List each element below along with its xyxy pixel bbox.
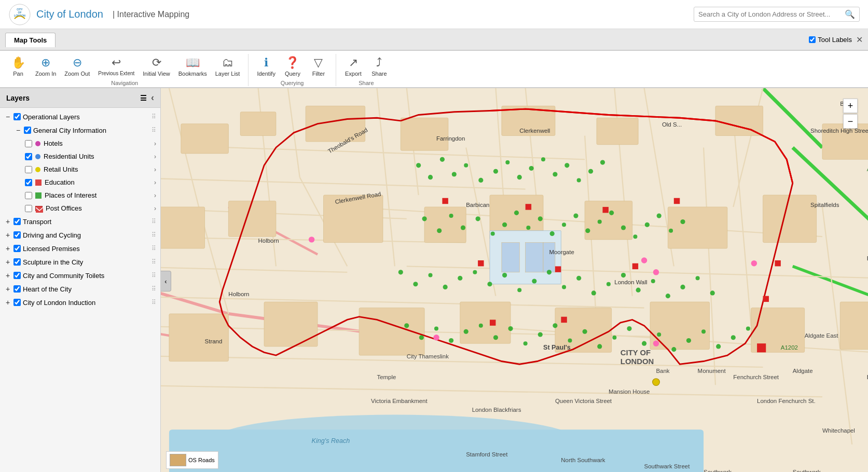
induction-header[interactable]: + City of London Induction ⠿ [0,296,160,309]
general-city-checkbox[interactable] [24,127,31,134]
identify-tool[interactable]: ℹ Identify [253,54,279,79]
collapse-panel-button[interactable]: ‹ [151,92,154,103]
tool-labels-checkbox[interactable] [809,36,816,43]
education-arrow[interactable]: › [154,179,156,186]
licensed-premises-drag-handle[interactable]: ⠿ [151,245,156,252]
svg-text:Old S...: Old S... [662,121,682,128]
zoom-in-tool[interactable]: ⊕ Zoom In [31,54,60,79]
svg-point-221 [309,237,314,242]
general-city-header[interactable]: − General City Information ⠿ [10,123,160,137]
querying-label: Querying [253,79,331,86]
search-input[interactable] [698,10,845,18]
retail-units-layer-item[interactable]: Retail Units › [21,163,160,176]
sculpture-drag-handle[interactable]: ⠿ [151,258,156,266]
hotels-layer-item[interactable]: Hotels › [21,137,160,150]
residential-units-layer-item[interactable]: Residential Units › [21,150,160,163]
post-offices-checkbox[interactable] [25,205,32,212]
places-of-interest-layer-item[interactable]: Places of Interest › [21,189,160,202]
svg-point-75 [428,175,433,179]
places-of-interest-arrow[interactable]: › [154,192,156,199]
toilets-header[interactable]: + City and Community Toilets ⠿ [0,269,160,282]
map-zoom-out-button[interactable]: − [843,114,858,129]
transport-checkbox[interactable] [13,218,21,225]
export-icon: ↗ [349,56,358,70]
operational-layers-checkbox[interactable] [13,113,21,120]
close-button[interactable]: ✕ [856,35,863,45]
svg-rect-72 [526,243,543,272]
education-checkbox[interactable] [25,179,32,186]
svg-text:King's Reach: King's Reach [312,437,350,445]
education-layer-item[interactable]: Education › [21,176,160,189]
svg-point-132 [696,276,700,280]
svg-point-106 [621,225,626,230]
transport-group: + Transport ⠿ [0,215,160,228]
transport-header[interactable]: + Transport ⠿ [0,215,160,228]
induction-checkbox[interactable] [13,299,21,306]
post-offices-layer-item[interactable]: Post Offices › [21,202,160,215]
svg-rect-61 [763,195,817,243]
svg-point-156 [731,335,736,340]
post-offices-arrow[interactable]: › [154,205,156,212]
driving-cycling-header[interactable]: + Driving and Cycling ⠿ [0,228,160,242]
svg-rect-164 [632,263,638,269]
education-square [35,179,42,186]
map-canvas[interactable]: King's Reach [161,88,868,472]
svg-text:St Paul's: St Paul's [543,344,571,351]
map-tools-tab[interactable]: Map Tools [5,33,56,47]
residential-units-arrow[interactable]: › [154,153,156,160]
licensed-premises-checkbox[interactable] [13,245,21,252]
collapse-sidebar-button[interactable]: ‹ [161,271,171,291]
induction-expand-icon: + [4,298,11,307]
heart-of-city-name: Heart of the City [23,285,149,293]
search-icon[interactable]: 🔍 [845,9,855,19]
driving-cycling-checkbox[interactable] [13,231,21,239]
zoom-out-tool[interactable]: ⊖ Zoom Out [60,54,94,79]
sculpture-header[interactable]: + Sculpture in the City ⠿ [0,255,160,269]
toilets-drag-handle[interactable]: ⠿ [151,272,156,279]
operational-layers-header[interactable]: − Operational Layers ⠿ [0,110,160,123]
hotels-arrow[interactable]: › [154,140,156,147]
places-of-interest-checkbox[interactable] [25,192,32,199]
bookmarks-tool[interactable]: 📖 Bookmarks [174,54,211,79]
toilets-checkbox[interactable] [13,272,21,279]
heart-of-city-group: + Heart of the City ⠿ [0,282,160,296]
operational-drag-handle[interactable]: ⠿ [151,113,156,120]
share-tool[interactable]: ⤴ Share [366,54,392,79]
filter-tool[interactable]: ▽ Filter [306,54,332,79]
driving-cycling-drag-handle[interactable]: ⠿ [151,231,156,239]
layer-list-icon: 🗂 [222,56,233,70]
svg-rect-71 [502,243,519,272]
svg-rect-62 [169,314,228,362]
induction-name: City of London Induction [23,299,149,307]
tool-labels-toggle[interactable]: Tool Labels [809,36,852,44]
licensed-premises-header[interactable]: + Licensed Premises ⠿ [0,242,160,255]
layer-list-tool[interactable]: 🗂 Layer List [211,54,244,79]
map-zoom-in-button[interactable]: + [843,99,858,113]
induction-drag-handle[interactable]: ⠿ [151,299,156,306]
map-area[interactable]: King's Reach [161,88,868,472]
export-tool[interactable]: ↗ Export [340,54,366,79]
query-tool[interactable]: ❓ Query [280,54,306,79]
svg-point-223 [653,379,660,386]
transport-drag-handle[interactable]: ⠿ [151,218,156,225]
sidebar: Layers ☰ ‹ − Operational Layers ⠿ [0,88,161,472]
residential-units-dot [35,154,40,159]
retail-units-checkbox[interactable] [25,166,32,173]
share-icon: ⤴ [376,56,382,70]
heart-of-city-drag-handle[interactable]: ⠿ [151,285,156,293]
sculpture-checkbox[interactable] [13,258,21,266]
heart-of-city-header[interactable]: + Heart of the City ⠿ [0,282,160,296]
initial-view-tool[interactable]: ⟳ Initial View [139,54,174,79]
svg-point-113 [413,282,418,286]
svg-point-80 [493,169,498,174]
general-city-drag-handle[interactable]: ⠿ [151,127,156,134]
bookmarks-label: Bookmarks [178,71,207,77]
layers-options-icon[interactable]: ☰ [140,94,147,102]
hotels-checkbox[interactable] [25,140,32,147]
retail-units-arrow[interactable]: › [154,166,156,173]
previous-extent-tool[interactable]: ↩ Previous Extent [94,54,139,79]
residential-units-checkbox[interactable] [25,153,32,160]
pan-tool[interactable]: ✋ Pan [5,54,31,79]
heart-of-city-checkbox[interactable] [13,285,21,293]
svg-point-135 [419,335,424,340]
